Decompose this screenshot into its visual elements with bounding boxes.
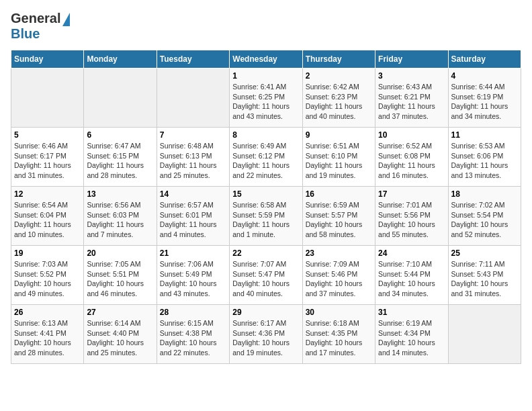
day-info: Sunrise: 6:13 AM Sunset: 4:41 PM Dayligh… [14, 318, 81, 358]
calendar-cell: 30Sunrise: 6:18 AM Sunset: 4:35 PM Dayli… [302, 305, 375, 364]
day-info: Sunrise: 6:58 AM Sunset: 5:59 PM Dayligh… [232, 200, 299, 240]
day-of-week-thursday: Thursday [302, 50, 375, 68]
calendar-cell: 17Sunrise: 7:01 AM Sunset: 5:56 PM Dayli… [375, 187, 448, 246]
day-info: Sunrise: 6:52 AM Sunset: 6:08 PM Dayligh… [378, 141, 445, 181]
day-number: 27 [87, 308, 153, 317]
day-number: 28 [160, 308, 226, 317]
day-number: 18 [451, 189, 518, 199]
day-number: 1 [232, 71, 299, 81]
calendar-cell: 5Sunrise: 6:46 AM Sunset: 6:17 PM Daylig… [11, 128, 84, 187]
page-header: General Blue [11, 11, 521, 42]
day-info: Sunrise: 6:49 AM Sunset: 6:12 PM Dayligh… [232, 141, 299, 181]
day-number: 20 [87, 248, 153, 258]
calendar-cell: 28Sunrise: 6:15 AM Sunset: 4:38 PM Dayli… [157, 305, 229, 364]
day-info: Sunrise: 6:15 AM Sunset: 4:38 PM Dayligh… [160, 318, 226, 358]
day-info: Sunrise: 6:48 AM Sunset: 6:13 PM Dayligh… [160, 141, 226, 181]
day-info: Sunrise: 6:46 AM Sunset: 6:17 PM Dayligh… [14, 141, 81, 181]
calendar-cell: 4Sunrise: 6:44 AM Sunset: 6:19 PM Daylig… [448, 68, 521, 128]
logo-triangle-icon [62, 13, 70, 26]
day-number: 12 [14, 189, 81, 199]
calendar-body: 1Sunrise: 6:41 AM Sunset: 6:25 PM Daylig… [11, 68, 521, 364]
calendar-week-1: 1Sunrise: 6:41 AM Sunset: 6:25 PM Daylig… [11, 68, 521, 128]
calendar-cell [84, 68, 157, 128]
day-number: 21 [160, 248, 226, 258]
day-info: Sunrise: 6:44 AM Sunset: 6:19 PM Dayligh… [451, 82, 518, 122]
calendar-week-5: 26Sunrise: 6:13 AM Sunset: 4:41 PM Dayli… [11, 305, 521, 364]
day-number: 9 [306, 130, 372, 140]
calendar-cell [11, 68, 84, 128]
day-info: Sunrise: 6:19 AM Sunset: 4:34 PM Dayligh… [378, 318, 445, 358]
calendar-header: SundayMondayTuesdayWednesdayThursdayFrid… [11, 50, 521, 68]
day-number: 14 [160, 189, 226, 199]
day-number: 5 [14, 130, 81, 140]
day-info: Sunrise: 7:09 AM Sunset: 5:46 PM Dayligh… [306, 259, 372, 299]
calendar-cell: 9Sunrise: 6:51 AM Sunset: 6:10 PM Daylig… [302, 128, 375, 187]
day-info: Sunrise: 6:43 AM Sunset: 6:21 PM Dayligh… [378, 82, 445, 122]
day-of-week-tuesday: Tuesday [157, 50, 229, 68]
day-number: 24 [378, 248, 445, 258]
day-number: 10 [378, 130, 445, 140]
day-number: 4 [451, 71, 518, 81]
day-of-week-friday: Friday [375, 50, 448, 68]
calendar-cell: 20Sunrise: 7:05 AM Sunset: 5:51 PM Dayli… [84, 246, 157, 305]
day-number: 19 [14, 248, 81, 258]
calendar-week-2: 5Sunrise: 6:46 AM Sunset: 6:17 PM Daylig… [11, 128, 521, 187]
day-info: Sunrise: 7:01 AM Sunset: 5:56 PM Dayligh… [378, 200, 445, 240]
calendar-cell: 7Sunrise: 6:48 AM Sunset: 6:13 PM Daylig… [157, 128, 229, 187]
calendar-cell: 25Sunrise: 7:11 AM Sunset: 5:43 PM Dayli… [448, 246, 521, 305]
calendar-cell: 2Sunrise: 6:42 AM Sunset: 6:23 PM Daylig… [302, 68, 375, 128]
calendar-cell: 22Sunrise: 7:07 AM Sunset: 5:47 PM Dayli… [230, 246, 302, 305]
day-info: Sunrise: 6:42 AM Sunset: 6:23 PM Dayligh… [306, 82, 372, 122]
day-of-week-sunday: Sunday [11, 50, 84, 68]
day-info: Sunrise: 7:02 AM Sunset: 5:54 PM Dayligh… [451, 200, 518, 240]
day-number: 2 [306, 71, 372, 81]
calendar-cell: 8Sunrise: 6:49 AM Sunset: 6:12 PM Daylig… [230, 128, 302, 187]
calendar-cell: 24Sunrise: 7:10 AM Sunset: 5:44 PM Dayli… [375, 246, 448, 305]
day-info: Sunrise: 6:53 AM Sunset: 6:06 PM Dayligh… [451, 141, 518, 181]
calendar-cell: 1Sunrise: 6:41 AM Sunset: 6:25 PM Daylig… [230, 68, 302, 128]
day-number: 25 [451, 248, 518, 258]
calendar-cell: 19Sunrise: 7:03 AM Sunset: 5:52 PM Dayli… [11, 246, 84, 305]
calendar-week-3: 12Sunrise: 6:54 AM Sunset: 6:04 PM Dayli… [11, 187, 521, 246]
day-info: Sunrise: 6:14 AM Sunset: 4:40 PM Dayligh… [87, 318, 153, 358]
calendar-table: SundayMondayTuesdayWednesdayThursdayFrid… [11, 50, 521, 364]
calendar-week-4: 19Sunrise: 7:03 AM Sunset: 5:52 PM Dayli… [11, 246, 521, 305]
calendar-cell: 21Sunrise: 7:06 AM Sunset: 5:49 PM Dayli… [157, 246, 229, 305]
day-number: 11 [451, 130, 518, 140]
day-of-week-saturday: Saturday [448, 50, 521, 68]
day-number: 22 [232, 248, 299, 258]
calendar-cell: 18Sunrise: 7:02 AM Sunset: 5:54 PM Dayli… [448, 187, 521, 246]
day-info: Sunrise: 6:59 AM Sunset: 5:57 PM Dayligh… [306, 200, 372, 240]
day-info: Sunrise: 6:41 AM Sunset: 6:25 PM Dayligh… [232, 82, 299, 122]
calendar-cell: 16Sunrise: 6:59 AM Sunset: 5:57 PM Dayli… [302, 187, 375, 246]
calendar-cell: 12Sunrise: 6:54 AM Sunset: 6:04 PM Dayli… [11, 187, 84, 246]
calendar-cell [157, 68, 229, 128]
day-info: Sunrise: 6:57 AM Sunset: 6:01 PM Dayligh… [160, 200, 226, 240]
day-info: Sunrise: 6:17 AM Sunset: 4:36 PM Dayligh… [232, 318, 299, 358]
day-info: Sunrise: 7:05 AM Sunset: 5:51 PM Dayligh… [87, 259, 153, 299]
day-info: Sunrise: 7:03 AM Sunset: 5:52 PM Dayligh… [14, 259, 81, 299]
calendar-cell: 10Sunrise: 6:52 AM Sunset: 6:08 PM Dayli… [375, 128, 448, 187]
day-number: 30 [306, 308, 372, 317]
calendar-cell: 3Sunrise: 6:43 AM Sunset: 6:21 PM Daylig… [375, 68, 448, 128]
calendar-cell: 29Sunrise: 6:17 AM Sunset: 4:36 PM Dayli… [230, 305, 302, 364]
calendar-cell: 15Sunrise: 6:58 AM Sunset: 5:59 PM Dayli… [230, 187, 302, 246]
day-info: Sunrise: 7:11 AM Sunset: 5:43 PM Dayligh… [451, 259, 518, 299]
day-of-week-monday: Monday [84, 50, 157, 68]
calendar-cell [448, 305, 521, 364]
calendar-cell: 26Sunrise: 6:13 AM Sunset: 4:41 PM Dayli… [11, 305, 84, 364]
day-number: 7 [160, 130, 226, 140]
day-info: Sunrise: 7:10 AM Sunset: 5:44 PM Dayligh… [378, 259, 445, 299]
day-info: Sunrise: 6:51 AM Sunset: 6:10 PM Dayligh… [306, 141, 372, 181]
day-info: Sunrise: 6:18 AM Sunset: 4:35 PM Dayligh… [306, 318, 372, 358]
days-of-week-row: SundayMondayTuesdayWednesdayThursdayFrid… [11, 50, 521, 68]
day-info: Sunrise: 7:06 AM Sunset: 5:49 PM Dayligh… [160, 259, 226, 299]
day-number: 31 [378, 308, 445, 317]
day-number: 13 [87, 189, 153, 199]
day-number: 17 [378, 189, 445, 199]
calendar-cell: 11Sunrise: 6:53 AM Sunset: 6:06 PM Dayli… [448, 128, 521, 187]
calendar-cell: 13Sunrise: 6:56 AM Sunset: 6:03 PM Dayli… [84, 187, 157, 246]
logo-general-text: General [11, 11, 60, 26]
day-info: Sunrise: 7:07 AM Sunset: 5:47 PM Dayligh… [232, 259, 299, 299]
calendar-cell: 31Sunrise: 6:19 AM Sunset: 4:34 PM Dayli… [375, 305, 448, 364]
